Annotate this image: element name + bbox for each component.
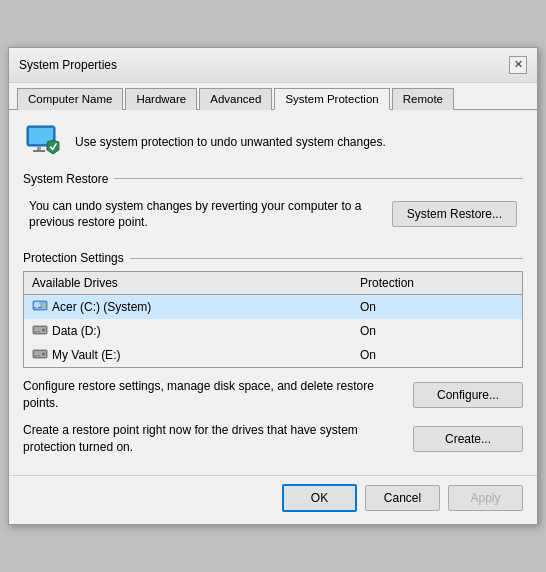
protection-settings-label: Protection Settings: [23, 251, 124, 265]
header-section: Use system protection to undo unwanted s…: [23, 122, 523, 162]
tab-content: Use system protection to undo unwanted s…: [9, 110, 537, 476]
create-description: Create a restore point right now for the…: [23, 422, 401, 456]
header-description: Use system protection to undo unwanted s…: [75, 135, 386, 149]
system-protection-icon: [23, 122, 63, 162]
svg-rect-19: [34, 356, 40, 357]
drives-table: Available Drives Protection: [23, 271, 523, 368]
system-restore-description: You can undo system changes by reverting…: [29, 198, 380, 232]
system-restore-button[interactable]: System Restore...: [392, 201, 517, 227]
svg-marker-4: [47, 140, 59, 154]
configure-button[interactable]: Configure...: [413, 382, 523, 408]
cancel-button[interactable]: Cancel: [365, 485, 440, 511]
svg-point-18: [42, 353, 45, 356]
tab-bar: Computer Name Hardware Advanced System P…: [9, 83, 537, 110]
svg-point-14: [42, 329, 45, 332]
hdd-icon: [32, 322, 48, 338]
drive-name-cell: Data (D:): [24, 319, 352, 343]
table-header-row: Available Drives Protection: [24, 272, 523, 295]
window-title: System Properties: [19, 58, 117, 72]
section-divider-2: [130, 258, 523, 259]
drive-name-cell: My Vault (E:): [24, 343, 352, 368]
col-available-drives: Available Drives: [24, 272, 352, 295]
drive-name: Acer (C:) (System): [52, 300, 151, 314]
drive-name-cell: Acer (C:) (System): [24, 295, 352, 320]
configure-description: Configure restore settings, manage disk …: [23, 378, 401, 412]
tab-computer-name[interactable]: Computer Name: [17, 88, 123, 110]
system-properties-window: System Properties ✕ Computer Name Hardwa…: [8, 47, 538, 526]
svg-rect-3: [33, 150, 45, 152]
configure-section: Configure restore settings, manage disk …: [23, 378, 523, 412]
ok-button[interactable]: OK: [282, 484, 357, 512]
tab-advanced[interactable]: Advanced: [199, 88, 272, 110]
col-protection: Protection: [352, 272, 523, 295]
table-row[interactable]: Data (D:) On: [24, 319, 523, 343]
drive-protection: On: [352, 343, 523, 368]
title-bar: System Properties ✕: [9, 48, 537, 83]
drive-name: My Vault (E:): [52, 348, 120, 362]
system-drive-icon: [32, 298, 48, 314]
drive-protection: On: [352, 319, 523, 343]
protection-settings-header: Protection Settings: [23, 251, 523, 265]
tab-remote[interactable]: Remote: [392, 88, 454, 110]
tab-hardware[interactable]: Hardware: [125, 88, 197, 110]
protection-settings-section: Available Drives Protection: [23, 271, 523, 368]
svg-point-7: [43, 305, 45, 307]
close-button[interactable]: ✕: [509, 56, 527, 74]
drive-protection: On: [352, 295, 523, 320]
footer: OK Cancel Apply: [9, 475, 537, 524]
create-button[interactable]: Create...: [413, 426, 523, 452]
system-restore-label: System Restore: [23, 172, 108, 186]
table-row[interactable]: Acer (C:) (System) On: [24, 295, 523, 320]
svg-rect-15: [34, 332, 40, 333]
section-divider: [114, 178, 523, 179]
apply-button[interactable]: Apply: [448, 485, 523, 511]
table-row[interactable]: My Vault (E:) On: [24, 343, 523, 368]
system-restore-section: You can undo system changes by reverting…: [23, 192, 523, 242]
system-restore-header: System Restore: [23, 172, 523, 186]
drive-name: Data (D:): [52, 324, 101, 338]
create-section: Create a restore point right now for the…: [23, 422, 523, 456]
tab-system-protection[interactable]: System Protection: [274, 88, 389, 110]
hdd-icon-2: [32, 346, 48, 362]
